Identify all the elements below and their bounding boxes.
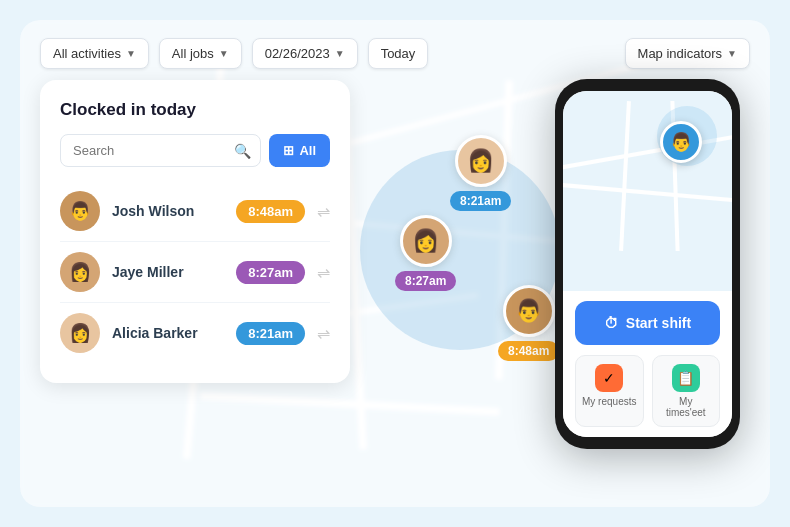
alicia-menu-icon[interactable]: ⇌: [317, 324, 330, 343]
start-shift-label: Start shift: [626, 315, 691, 331]
josh-menu-icon[interactable]: ⇌: [317, 202, 330, 221]
jobs-label: All jobs: [172, 46, 214, 61]
phone-action-row: ✓ My requests 📋 My times'eet: [575, 355, 720, 427]
employee-item: 👩 Alicia Barker 8:21am ⇌: [60, 303, 330, 363]
date-arrow-icon: ▼: [335, 48, 345, 59]
left-panel: Clocked in today 🔍 ⊞ All 👨 Josh Wilson 8…: [40, 80, 350, 383]
filter-label: All: [299, 143, 316, 158]
jaye-time: 8:27am: [236, 261, 305, 284]
map-pin-alicia: 👩 8:21am: [450, 135, 511, 211]
today-filter[interactable]: Today: [368, 38, 429, 69]
search-row: 🔍 ⊞ All: [60, 134, 330, 167]
clock-icon: ⏱: [604, 315, 618, 331]
josh-time-badge: 8:48am: [498, 341, 559, 361]
phone-avatar-pin: 👨: [660, 121, 702, 163]
phone-mockup: 👨 ⏱ Start shift ✓ My requests: [555, 40, 740, 487]
requests-icon: ✓: [595, 364, 623, 392]
employee-item: 👨 Josh Wilson 8:48am ⇌: [60, 181, 330, 242]
phone-map: 👨: [563, 91, 732, 291]
my-requests-label: My requests: [582, 396, 636, 407]
phone-bottom-controls: ⏱ Start shift ✓ My requests 📋 My times'e…: [563, 291, 732, 437]
map-pin-jaye: 👩 8:27am: [395, 215, 456, 291]
activities-label: All activities: [53, 46, 121, 61]
josh-avatar-pin: 👨: [503, 285, 555, 337]
search-input-wrap: 🔍: [60, 134, 261, 167]
phone-frame: 👨 ⏱ Start shift ✓ My requests: [555, 79, 740, 449]
phone-user-avatar: 👨: [660, 121, 702, 163]
map-pin-josh: 👨 8:48am: [498, 285, 559, 361]
josh-name: Josh Wilson: [112, 203, 224, 219]
filter-all-button[interactable]: ⊞ All: [269, 134, 330, 167]
main-container: All activities ▼ All jobs ▼ 02/26/2023 ▼…: [20, 20, 770, 507]
date-label: 02/26/2023: [265, 46, 330, 61]
alicia-time-badge: 8:21am: [450, 191, 511, 211]
my-timesheet-label: My times'eet: [659, 396, 714, 418]
today-label: Today: [381, 46, 416, 61]
alicia-avatar: 👩: [60, 313, 100, 353]
josh-time: 8:48am: [236, 200, 305, 223]
jaye-avatar-pin: 👩: [400, 215, 452, 267]
jobs-filter[interactable]: All jobs ▼: [159, 38, 242, 69]
alicia-name: Alicia Barker: [112, 325, 224, 341]
jaye-time-badge: 8:27am: [395, 271, 456, 291]
phone-screen: 👨 ⏱ Start shift ✓ My requests: [563, 91, 732, 437]
jaye-menu-icon[interactable]: ⇌: [317, 263, 330, 282]
timesheet-icon: 📋: [672, 364, 700, 392]
alicia-time: 8:21am: [236, 322, 305, 345]
activities-arrow-icon: ▼: [126, 48, 136, 59]
alicia-avatar-pin: 👩: [455, 135, 507, 187]
jaye-avatar: 👩: [60, 252, 100, 292]
jaye-name: Jaye Miller: [112, 264, 224, 280]
search-icon: 🔍: [234, 143, 251, 159]
my-timesheet-button[interactable]: 📋 My times'eet: [652, 355, 721, 427]
activities-filter[interactable]: All activities ▼: [40, 38, 149, 69]
jobs-arrow-icon: ▼: [219, 48, 229, 59]
employee-item: 👩 Jaye Miller 8:27am ⇌: [60, 242, 330, 303]
my-requests-button[interactable]: ✓ My requests: [575, 355, 644, 427]
filter-icon: ⊞: [283, 143, 294, 158]
search-input[interactable]: [60, 134, 261, 167]
date-filter[interactable]: 02/26/2023 ▼: [252, 38, 358, 69]
josh-avatar: 👨: [60, 191, 100, 231]
panel-title: Clocked in today: [60, 100, 330, 120]
start-shift-button[interactable]: ⏱ Start shift: [575, 301, 720, 345]
